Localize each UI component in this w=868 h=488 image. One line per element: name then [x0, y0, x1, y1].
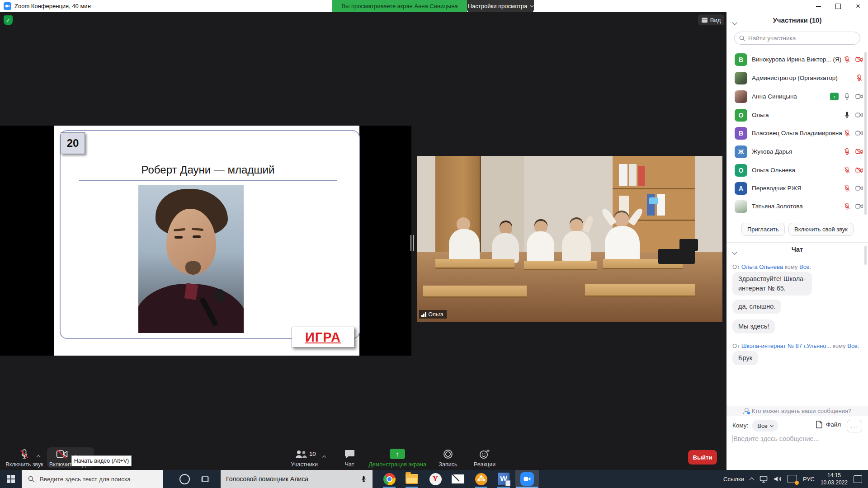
mail-icon [452, 474, 464, 483]
participant-row[interactable]: Администратор (Организатор) [726, 70, 868, 86]
camera-off-icon [855, 56, 863, 63]
search-icon [28, 476, 34, 482]
chat-message-input[interactable]: Введите здесь сообщение... [732, 435, 819, 442]
participant-row[interactable]: О Ольга Ольнева [726, 163, 868, 178]
taskbar-mail[interactable] [451, 472, 465, 486]
chat-recipient-link[interactable]: Все: [799, 263, 811, 270]
participant-search-input[interactable]: Найти участника [734, 32, 860, 45]
cortana-button[interactable] [177, 472, 192, 486]
shared-slide: 20 Роберт Дауни — младший ИГРА [54, 126, 359, 356]
record-button-label[interactable]: Запись [439, 461, 457, 468]
mic-options-caret[interactable] [37, 455, 40, 459]
camera-off-icon[interactable] [56, 449, 68, 461]
participants-button-label[interactable]: Участники [291, 461, 318, 468]
task-view-button[interactable] [198, 472, 212, 486]
minimize-button[interactable] [808, 0, 828, 12]
leave-button[interactable]: Выйти [688, 450, 717, 465]
mic-muted-icon [19, 449, 30, 460]
participants-caret[interactable] [322, 455, 326, 459]
taskbar-word[interactable]: W [496, 472, 511, 486]
participant-row[interactable]: А Переводчик РЖЯ [726, 181, 868, 196]
zoom-icon [520, 472, 534, 486]
more-options-button[interactable]: ··· [847, 420, 862, 432]
alice-assistant-bar[interactable]: Голосовой помощник Алиса [221, 470, 373, 488]
chat-privacy-note[interactable]: Кто может видеть ваши сообщения? [726, 406, 868, 416]
taskbar-chrome[interactable] [382, 472, 396, 486]
laptop-shape [658, 249, 695, 264]
mic-muted-icon [843, 148, 851, 155]
screen-share-tray-icon[interactable] [788, 475, 797, 483]
zoom-titlebar: Zoom Конференция, 40 мин Вы просматривае… [0, 0, 868, 12]
taskbar-search-input[interactable]: Введите здесь текст для поиска [22, 470, 163, 488]
participants-scrollbar[interactable] [864, 52, 867, 215]
chat-button-label[interactable]: Чат [345, 461, 354, 468]
avatar: В [735, 127, 747, 140]
action-center-icon[interactable] [854, 475, 862, 483]
chat-bubble: да, слышно. [732, 300, 781, 314]
share-screen-icon[interactable]: ↑ [390, 449, 405, 459]
game-button[interactable]: ИГРА [292, 327, 354, 347]
participant-row[interactable]: В Винокурова Ирина Виктор... (Я) [726, 52, 868, 67]
invite-button[interactable]: Пригласить [741, 223, 785, 236]
system-tray: Ссылки РУС 14:15 10.03.2022 [723, 470, 868, 488]
chat-message-meta: От Школа-интернат № 87 г.Ульяно... кому … [732, 343, 859, 349]
clock[interactable]: 14:15 10.03.2022 [821, 472, 848, 486]
share-screen-label[interactable]: Демонстрация экрана [368, 461, 426, 468]
windows-logo-icon [7, 475, 15, 483]
taskbar-explorer[interactable] [405, 472, 419, 486]
close-button[interactable]: × [848, 0, 868, 12]
camera-off-icon [855, 148, 863, 155]
unmute-self-button[interactable]: Включить свой звук [788, 223, 854, 236]
participant-row[interactable]: Ж Жукова Дарья [726, 144, 868, 160]
participants-icon[interactable] [295, 450, 307, 460]
chat-bubble: Брук [732, 351, 758, 365]
recipient-dropdown[interactable]: Все [752, 420, 778, 432]
avatar: Ж [735, 145, 747, 158]
taskbar-orange-app[interactable] [474, 472, 488, 486]
orange-app-icon [475, 473, 487, 485]
record-icon[interactable] [443, 449, 453, 461]
celebrity-photo [138, 185, 244, 333]
participant-video-tile[interactable]: Ольга [417, 156, 722, 322]
restore-button[interactable] [828, 0, 848, 12]
file-button[interactable]: Файл [816, 421, 841, 428]
mic-muted-icon [843, 129, 851, 137]
language-indicator[interactable]: РУС [803, 476, 815, 483]
camera-icon [855, 111, 863, 119]
window-title: Zoom Конференция, 40 мин [14, 3, 91, 9]
speaker-icon[interactable] [774, 475, 782, 483]
video-name-label: Ольга [419, 310, 447, 319]
windows-taskbar: Введите здесь текст для поиска Голосовой… [0, 470, 868, 488]
slide-title: Роберт Дауни — младший [79, 164, 337, 176]
avatar-photo [735, 90, 747, 103]
chat-sender-link[interactable]: Ольга Ольнева [741, 263, 783, 270]
network-icon[interactable] [760, 475, 768, 483]
view-button[interactable]: Вид [698, 14, 724, 25]
participants-count-badge: 10 [309, 450, 316, 457]
participant-row[interactable]: Татьяна Золотова [726, 199, 868, 214]
links-toolbar-label[interactable]: Ссылки [723, 476, 744, 483]
participant-row[interactable]: Анна Синицына ↑ [726, 89, 868, 104]
taskbar-zoom-active[interactable] [515, 470, 539, 488]
chat-icon[interactable] [344, 450, 355, 460]
chat-recipient-link[interactable]: Все: [847, 343, 859, 349]
avatar: В [735, 53, 747, 66]
unmute-button-icon[interactable] [19, 449, 30, 461]
participant-row[interactable]: В Власовец Ольга Владимировна [726, 126, 868, 141]
resize-handle[interactable] [409, 234, 415, 252]
reactions-icon[interactable] [479, 449, 490, 461]
chat-scrollbar[interactable] [864, 246, 867, 265]
start-button[interactable] [4, 472, 18, 486]
mic-icon [843, 93, 851, 100]
security-shield-icon[interactable]: ✓ [4, 15, 13, 25]
chat-sender-link[interactable]: Школа-интернат № 87 г.Ульяно... [741, 343, 831, 349]
participant-row[interactable]: О Ольга [726, 108, 868, 123]
chat-message-meta: От Ольга Ольнева кому Все: [732, 263, 811, 270]
reactions-button-label[interactable]: Реакции [474, 461, 495, 468]
view-settings-dropdown[interactable]: Настройки просмотра [467, 0, 534, 12]
avatar: А [735, 182, 747, 195]
slide-title-underline [79, 180, 337, 181]
tray-expand-chevron[interactable] [749, 477, 754, 482]
taskbar-yandex[interactable]: Y [428, 472, 443, 486]
unmute-label[interactable]: Включить звук [5, 461, 43, 468]
